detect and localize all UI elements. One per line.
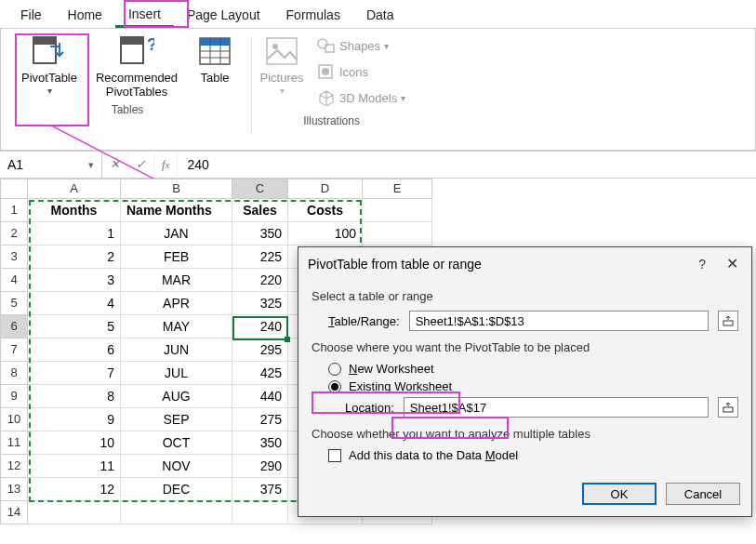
radio-new-worksheet[interactable]: New Worksheet [328,362,738,376]
cell[interactable]: DEC [121,478,232,501]
cell[interactable] [232,501,288,524]
cell[interactable]: 3 [28,269,121,292]
row-header[interactable]: 12 [0,455,28,478]
table-button[interactable]: Table [187,33,243,100]
row-header[interactable]: 8 [0,362,28,385]
cell[interactable]: JUL [121,362,232,385]
row-header[interactable]: 4 [0,269,28,292]
tab-home[interactable]: Home [55,4,115,26]
icons-button[interactable]: Icons [313,59,409,85]
col-header-e[interactable]: E [363,179,432,199]
cell[interactable]: NOV [121,455,232,478]
cell[interactable]: JUN [121,338,232,362]
row-header[interactable]: 3 [0,245,28,269]
cell[interactable]: 12 [28,478,121,501]
close-button[interactable]: ✕ [723,255,742,272]
cell[interactable]: 295 [232,338,288,362]
cell[interactable]: MAY [121,315,232,338]
cell[interactable] [363,222,432,245]
row-header[interactable]: 7 [0,338,28,362]
shapes-button[interactable]: Shapes ▾ [313,33,409,59]
cell[interactable]: 1 [28,222,121,245]
cancel-icon[interactable]: ✕ [102,151,128,179]
enter-icon[interactable]: ✓ [128,151,154,179]
cell[interactable]: 4 [28,292,121,315]
col-header-c[interactable]: C [232,179,288,199]
cell[interactable]: 10 [28,431,121,455]
help-button[interactable]: ? [698,257,706,272]
tab-insert[interactable]: Insert [115,3,174,28]
col-header-d[interactable]: D [288,179,363,199]
recommended-pivottables-button[interactable]: ? Recommended PivotTables [90,33,183,100]
col-header-b[interactable]: B [121,179,232,199]
cell[interactable]: JAN [121,222,232,245]
select-all-corner[interactable] [0,179,28,199]
cell[interactable]: 7 [28,362,121,385]
cell[interactable] [121,501,232,524]
cell[interactable]: Name Months [121,199,232,222]
cell[interactable]: FEB [121,245,232,269]
cell[interactable]: 290 [232,455,288,478]
cell[interactable]: 6 [28,338,121,362]
tab-formulas[interactable]: Formulas [273,4,353,26]
cell[interactable]: 100 [288,222,363,245]
cell[interactable]: MAR [121,269,232,292]
collapse-dialog-button[interactable] [718,311,738,331]
cell[interactable]: 375 [232,478,288,501]
row-header[interactable]: 1 [0,199,28,222]
cell[interactable]: 440 [232,385,288,408]
cell[interactable]: 2 [28,245,121,269]
cell[interactable]: AUG [121,385,232,408]
location-input[interactable] [404,397,709,418]
cell[interactable]: Sales [232,199,288,222]
cell[interactable]: 8 [28,385,121,408]
cell[interactable]: 5 [28,315,121,338]
cell[interactable]: 9 [28,408,121,431]
row-header[interactable]: 14 [0,501,28,524]
cell[interactable]: 240 [232,315,288,338]
row-header[interactable]: 5 [0,292,28,315]
ok-button[interactable]: OK [582,483,657,505]
cell[interactable]: 11 [28,455,121,478]
cancel-button[interactable]: Cancel [666,483,740,505]
fx-icon[interactable]: fx [154,151,178,179]
tab-data[interactable]: Data [353,4,407,26]
collapse-dialog-button[interactable] [718,397,738,418]
cell[interactable]: 225 [232,245,288,269]
cell[interactable] [28,501,121,524]
tab-file[interactable]: File [7,4,55,26]
checkbox-icon [328,449,341,462]
cell[interactable]: 325 [232,292,288,315]
cell[interactable]: Costs [288,199,363,222]
tablerange-input[interactable] [409,311,709,331]
row-header[interactable]: 11 [0,431,28,455]
pictures-button[interactable]: Pictures ▾ [254,33,310,111]
3dmodels-button[interactable]: 3D Models ▾ [313,85,409,111]
row-header[interactable]: 13 [0,478,28,501]
dialog-titlebar[interactable]: PivotTable from table or range ? ✕ [298,247,751,280]
recommended-label: Recommended PivotTables [90,72,183,100]
formula-value[interactable]: 240 [178,157,208,172]
tab-pagelayout[interactable]: Page Layout [174,4,273,26]
cell[interactable]: 350 [232,431,288,455]
row-header[interactable]: 10 [0,408,28,431]
ribbon-content: PivotTable ▾ ? Recommended PivotTables T… [0,28,756,151]
row-header[interactable]: 9 [0,385,28,408]
cell[interactable]: APR [121,292,232,315]
cell[interactable]: 220 [232,269,288,292]
name-box[interactable]: A1 ▾ [0,152,102,178]
row-header[interactable]: 6 [0,315,28,338]
checkbox-data-model[interactable]: Add this data to the Data Model [328,448,738,462]
col-header-a[interactable]: A [28,179,121,199]
cell[interactable]: OCT [121,431,232,455]
section-select-range: Select a table or range [312,289,738,303]
cell[interactable]: 350 [232,222,288,245]
cell[interactable]: 425 [232,362,288,385]
pivottable-button[interactable]: PivotTable ▾ [12,33,86,100]
cell[interactable]: Months [28,199,121,222]
radio-existing-worksheet[interactable]: Existing Worksheet [328,379,738,393]
cell[interactable]: 275 [232,408,288,431]
row-header[interactable]: 2 [0,222,28,245]
cell[interactable]: SEP [121,408,232,431]
cell[interactable] [363,199,432,222]
